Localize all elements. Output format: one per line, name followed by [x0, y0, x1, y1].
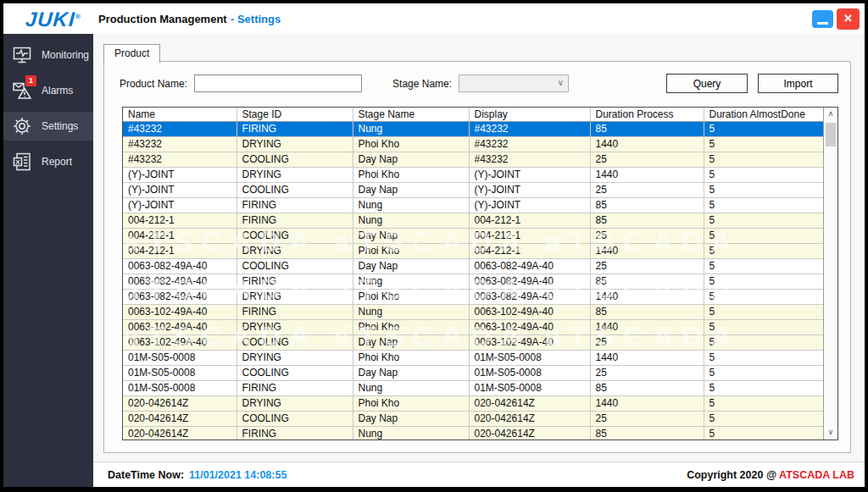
table-cell[interactable]: 5 — [704, 228, 823, 243]
table-row[interactable]: 0063-102-49A-40FIRINGNung0063-102-49A-40… — [123, 304, 823, 319]
table-cell[interactable]: 5 — [704, 350, 823, 365]
table-cell[interactable]: Day Nap — [353, 228, 469, 243]
table-cell[interactable]: 25 — [590, 152, 704, 167]
sidebar-item-settings[interactable]: Settings — [3, 112, 93, 141]
table-cell[interactable]: Day Nap — [353, 152, 469, 167]
sidebar-item-monitoring[interactable]: Monitoring — [3, 41, 93, 69]
table-cell[interactable]: 25 — [590, 365, 704, 380]
table-cell[interactable]: 5 — [704, 136, 823, 152]
table-cell[interactable]: 5 — [704, 395, 823, 411]
table-cell[interactable]: (Y)-JOINT — [123, 167, 236, 182]
sidebar-item-alarms[interactable]: 1 Alarms — [3, 76, 93, 105]
table-row[interactable]: 01M-S05-0008COOLINGDay Nap01M-S05-000825… — [123, 365, 823, 380]
table-cell[interactable]: Nung — [353, 121, 469, 136]
table-cell[interactable]: FIRING — [236, 213, 353, 228]
table-cell[interactable]: 25 — [590, 182, 704, 197]
table-cell[interactable]: 1440 — [590, 167, 704, 182]
table-cell[interactable]: COOLING — [236, 411, 353, 426]
table-cell[interactable]: FIRING — [236, 197, 353, 213]
table-cell[interactable]: 0063-102-49A-40 — [123, 334, 236, 350]
table-cell[interactable]: 1440 — [590, 350, 704, 365]
table-cell[interactable]: 5 — [704, 258, 823, 274]
table-cell[interactable]: 85 — [590, 426, 704, 439]
table-cell[interactable]: (Y)-JOINT — [123, 182, 236, 197]
table-cell[interactable]: 01M-S05-0008 — [469, 380, 590, 395]
table-cell[interactable]: #43232 — [123, 121, 236, 136]
table-cell[interactable]: 004-212-1 — [469, 243, 590, 258]
table-cell[interactable]: FIRING — [236, 121, 353, 136]
table-row[interactable]: 0063-102-49A-40COOLINGDay Nap0063-102-49… — [123, 334, 823, 350]
table-cell[interactable]: Day Nap — [353, 182, 469, 197]
table-cell[interactable]: 0063-082-49A-40 — [123, 274, 236, 289]
sidebar-item-report[interactable]: X Report — [3, 147, 93, 176]
table-row[interactable]: 01M-S05-0008FIRINGNung01M-S05-0008855 — [123, 380, 823, 395]
table-cell[interactable]: Day Nap — [353, 365, 469, 380]
table-cell[interactable]: #43232 — [469, 152, 590, 167]
table-row[interactable]: (Y)-JOINTDRYINGPhoi Kho(Y)-JOINT14405 — [123, 167, 823, 182]
table-cell[interactable]: 5 — [704, 365, 823, 380]
table-cell[interactable]: 0063-102-49A-40 — [469, 319, 590, 334]
table-cell[interactable]: FIRING — [236, 274, 353, 289]
minimize-button[interactable] — [812, 10, 833, 28]
table-cell[interactable]: COOLING — [236, 152, 353, 167]
table-cell[interactable]: Nung — [353, 197, 469, 213]
table-cell[interactable]: FIRING — [236, 426, 353, 439]
table-cell[interactable]: #43232 — [469, 136, 590, 152]
table-cell[interactable]: DRYING — [236, 319, 353, 334]
table-cell[interactable]: 5 — [704, 334, 823, 350]
table-cell[interactable]: 01M-S05-0008 — [469, 350, 590, 365]
table-cell[interactable]: 25 — [590, 228, 704, 243]
table-cell[interactable]: 5 — [704, 319, 823, 334]
table-cell[interactable]: 0063-082-49A-40 — [123, 258, 236, 274]
table-cell[interactable]: 020-042614Z — [469, 426, 590, 439]
table-cell[interactable]: 5 — [704, 274, 823, 289]
table-cell[interactable]: 0063-082-49A-40 — [469, 258, 590, 274]
table-cell[interactable]: 5 — [704, 411, 823, 426]
table-cell[interactable]: 1440 — [590, 319, 704, 334]
table-cell[interactable]: 020-042614Z — [123, 395, 236, 411]
table-cell[interactable]: 1440 — [590, 243, 704, 258]
table-cell[interactable]: (Y)-JOINT — [469, 167, 590, 182]
table-cell[interactable]: 0063-102-49A-40 — [469, 334, 590, 350]
table-cell[interactable]: Phoi Kho — [353, 289, 469, 304]
table-row[interactable]: 0063-082-49A-40COOLINGDay Nap0063-082-49… — [123, 258, 823, 274]
table-cell[interactable]: COOLING — [236, 228, 353, 243]
table-cell[interactable]: Phoi Kho — [353, 350, 469, 365]
table-cell[interactable]: 004-212-1 — [123, 228, 236, 243]
table-cell[interactable]: Day Nap — [353, 411, 469, 426]
table-cell[interactable]: 0063-082-49A-40 — [469, 274, 590, 289]
table-cell[interactable]: 85 — [590, 380, 704, 395]
import-button[interactable]: Import — [758, 74, 838, 93]
table-cell[interactable]: DRYING — [236, 167, 353, 182]
table-cell[interactable]: 85 — [590, 121, 704, 136]
table-cell[interactable]: Nung — [353, 213, 469, 228]
table-cell[interactable]: (Y)-JOINT — [469, 182, 590, 197]
table-cell[interactable]: 0063-102-49A-40 — [123, 319, 236, 334]
table-row[interactable]: 0063-082-49A-40FIRINGNung0063-082-49A-40… — [123, 274, 823, 289]
table-cell[interactable]: Phoi Kho — [353, 319, 469, 334]
table-cell[interactable]: (Y)-JOINT — [469, 197, 590, 213]
table-cell[interactable]: COOLING — [236, 258, 353, 274]
table-cell[interactable]: 1440 — [590, 395, 704, 411]
scrollbar-thumb[interactable] — [826, 123, 836, 146]
table-cell[interactable]: 1440 — [590, 289, 704, 304]
table-row[interactable]: (Y)-JOINTCOOLINGDay Nap(Y)-JOINT255 — [123, 182, 823, 197]
table-cell[interactable]: 25 — [590, 258, 704, 274]
table-row[interactable]: #43232DRYINGPhoi Kho#4323214405 — [123, 136, 823, 152]
column-header[interactable]: Duration Process — [590, 108, 704, 121]
table-cell[interactable]: Nung — [353, 426, 469, 439]
table-cell[interactable]: 5 — [704, 380, 823, 395]
table-row[interactable]: 01M-S05-0008DRYINGPhoi Kho01M-S05-000814… — [123, 350, 823, 365]
table-row[interactable]: 004-212-1FIRINGNung004-212-1855 — [123, 213, 823, 228]
table-cell[interactable]: Nung — [353, 274, 469, 289]
table-cell[interactable]: FIRING — [236, 304, 353, 319]
tab-product[interactable]: Product — [103, 44, 160, 63]
table-cell[interactable]: Phoi Kho — [353, 243, 469, 258]
table-cell[interactable]: 01M-S05-0008 — [123, 380, 236, 395]
table-cell[interactable]: 85 — [590, 197, 704, 213]
scroll-down-icon[interactable]: ∨ — [824, 426, 837, 439]
table-cell[interactable]: #43232 — [123, 152, 236, 167]
table-cell[interactable]: Phoi Kho — [353, 167, 469, 182]
table-cell[interactable]: COOLING — [236, 182, 353, 197]
column-header[interactable]: Name — [123, 108, 236, 121]
